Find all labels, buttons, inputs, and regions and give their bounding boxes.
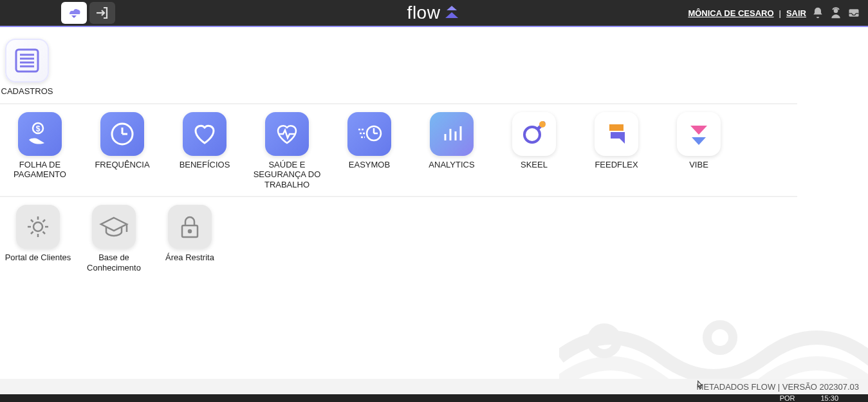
app-vibe[interactable]: VIBE [661, 112, 736, 190]
svg-point-27 [539, 121, 546, 128]
restrita-tile [168, 205, 212, 249]
list-icon [13, 46, 41, 75]
bell-icon[interactable] [811, 6, 824, 19]
svg-text:$: $ [36, 124, 41, 133]
svg-rect-5 [16, 50, 38, 72]
beneficios-tile [183, 112, 226, 156]
lock-icon [177, 213, 203, 241]
svg-marker-31 [692, 137, 706, 145]
portal-label: Portal de Clientes [5, 253, 71, 263]
saude-label: SAÚDE E SEGURANÇA DO TRABALHO [250, 160, 324, 190]
graduation-icon [98, 213, 129, 241]
app-beneficios[interactable]: BENEFÍCIOS [167, 112, 242, 190]
section-support: Portal de Clientes Base de Conhecimento [0, 205, 797, 279]
beneficios-label: BENEFÍCIOS [180, 160, 230, 170]
folha-label: FOLHA DE PAGAMENTO [3, 160, 77, 180]
section-cadastros: CADASTROS [0, 39, 797, 104]
app-cadastros[interactable]: CADASTROS [3, 39, 51, 97]
feedflex-icon [602, 119, 631, 149]
frequencia-tile [100, 112, 144, 156]
section-modules: $ FOLHA DE PAGAMENTO FREQUÊNCIA [0, 112, 797, 198]
skeel-tile [512, 112, 556, 156]
clock-icon [108, 120, 136, 148]
payroll-icon: $ [25, 119, 55, 149]
health-icon [273, 120, 301, 148]
home-button[interactable] [61, 2, 87, 24]
analytics-icon [438, 120, 466, 148]
logo-text: flow [407, 3, 441, 23]
logout-link[interactable]: SAIR [786, 8, 806, 18]
svg-point-36 [189, 230, 191, 233]
app-portal-clientes[interactable]: Portal de Clientes [3, 205, 73, 273]
restrita-label: Área Restrita [165, 253, 214, 263]
svg-marker-2 [445, 12, 458, 18]
feedflex-tile [595, 112, 638, 156]
app-feedflex[interactable]: FEEDFLEX [579, 112, 654, 190]
cadastros-label: CADASTROS [1, 86, 53, 97]
skeel-label: SKEEL [521, 160, 548, 170]
easymob-tile [347, 112, 391, 156]
inbox-icon[interactable] [847, 6, 860, 19]
user-name-link[interactable]: MÔNICA DE CESARO [688, 8, 773, 18]
app-skeel[interactable]: SKEEL [497, 112, 571, 190]
app-saude-seguranca[interactable]: SAÚDE E SEGURANÇA DO TRABALHO [250, 112, 324, 190]
support-icon[interactable] [829, 6, 842, 19]
app-base-conhecimento[interactable]: Base de Conhecimento [78, 205, 149, 273]
vibe-icon [684, 119, 714, 149]
easymob-label: EASYMOB [349, 160, 390, 170]
gear-icon [24, 213, 52, 241]
logo-arrows-icon [443, 6, 461, 20]
app-area-restrita[interactable]: Área Restrita [154, 205, 225, 273]
cadastros-tile [5, 39, 49, 82]
svg-marker-30 [690, 126, 707, 135]
base-tile [92, 205, 136, 249]
folha-tile: $ [18, 112, 62, 156]
svg-marker-29 [611, 132, 625, 144]
svg-marker-1 [447, 6, 457, 10]
svg-point-32 [33, 222, 42, 231]
app-folha-pagamento[interactable]: $ FOLHA DE PAGAMENTO [3, 112, 77, 190]
svg-marker-0 [71, 15, 77, 18]
taskbar-time: 15:30 [820, 394, 838, 402]
header-logout-button[interactable] [89, 2, 115, 24]
feedflex-label: FEEDFLEX [595, 160, 638, 170]
svg-rect-4 [849, 9, 859, 17]
svg-point-38 [707, 325, 733, 350]
svg-point-3 [834, 8, 838, 13]
frequencia-label: FREQUÊNCIA [95, 160, 149, 170]
analytics-label: ANALYTICS [429, 160, 474, 170]
header-left-buttons [61, 2, 115, 24]
svg-point-37 [591, 328, 617, 354]
saude-tile [265, 112, 309, 156]
pointer-cursor-icon [694, 380, 705, 392]
vibe-label: VIBE [689, 160, 708, 170]
easymob-icon [355, 119, 384, 149]
header-right: MÔNICA DE CESARO | SAIR [688, 6, 860, 19]
portal-tile [16, 205, 60, 249]
base-label: Base de Conhecimento [78, 253, 149, 273]
version-text: METADADOS FLOW | VERSÃO 202307.03 [697, 382, 859, 392]
app-easymob[interactable]: EASYMOB [332, 112, 407, 190]
main-content: CADASTROS $ FOLHA DE PAGAMENTO [0, 27, 868, 280]
skeel-icon [519, 119, 549, 149]
svg-marker-33 [101, 218, 127, 231]
app-frequencia[interactable]: FREQUÊNCIA [85, 112, 160, 190]
separator: | [779, 8, 781, 18]
cloud-arrow-icon [66, 6, 82, 19]
analytics-tile [430, 112, 474, 156]
app-logo: flow [407, 3, 461, 23]
header-bar: flow MÔNICA DE CESARO | SAIR [0, 0, 868, 27]
os-taskbar: POR 15:30 [0, 394, 868, 402]
app-analytics[interactable]: ANALYTICS [414, 112, 489, 190]
vibe-tile [677, 112, 721, 156]
taskbar-lang: POR [780, 394, 795, 402]
footer-bar: METADADOS FLOW | VERSÃO 202307.03 [0, 379, 868, 394]
logout-arrow-icon [95, 5, 110, 21]
heart-icon [190, 120, 219, 148]
